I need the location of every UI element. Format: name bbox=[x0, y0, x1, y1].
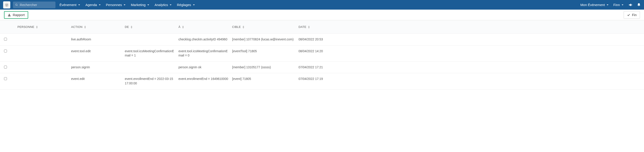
fin-label: Fin bbox=[632, 13, 636, 17]
cell-a: checklog.checkIn.activityID 494960 bbox=[178, 37, 232, 42]
app-logo[interactable] bbox=[3, 1, 10, 8]
table-row[interactable]: event.tool.editevent.tool.icsMeetingConf… bbox=[0, 45, 644, 62]
sort-icon: ▲▼ bbox=[84, 25, 86, 28]
svg-point-0 bbox=[5, 3, 9, 7]
nav-item-personnes[interactable]: Personnes bbox=[106, 3, 126, 7]
nav-right: Mon Événement Finn bbox=[580, 3, 641, 7]
robot-icon bbox=[4, 2, 9, 7]
cell-cible: [eventTool] 71805 bbox=[232, 49, 298, 54]
toolbar: Rapport Fin bbox=[0, 9, 644, 20]
svg-point-3 bbox=[16, 4, 17, 5]
nav-label: Agenda bbox=[86, 3, 97, 7]
cell-date: 07/04/2022 17:19 bbox=[298, 77, 640, 81]
col-header-de[interactable]: DE▲▼ bbox=[125, 25, 178, 28]
cell-a: person.signIn ok bbox=[178, 65, 232, 70]
rapport-label: Rapport bbox=[13, 13, 24, 17]
table-body: live.authRoomchecklog.checkIn.activityID… bbox=[0, 34, 644, 90]
rapport-button[interactable]: Rapport bbox=[4, 11, 28, 19]
table-row[interactable]: live.authRoomchecklog.checkIn.activityID… bbox=[0, 34, 644, 45]
nav-item-analytics[interactable]: Analytics bbox=[154, 3, 172, 7]
sort-icon: ▲▼ bbox=[182, 25, 184, 28]
cell-cible: [member] 13105177 (sssss) bbox=[232, 65, 298, 70]
search-input-wrap[interactable] bbox=[13, 1, 56, 8]
row-checkbox[interactable] bbox=[4, 77, 7, 80]
sort-icon: ▲▼ bbox=[242, 25, 245, 28]
cell-action: person.signIn bbox=[71, 65, 125, 70]
cell-cible: [event] 71805 bbox=[232, 77, 298, 81]
search-input[interactable] bbox=[20, 3, 53, 7]
col-header-personne[interactable]: PERSONNE▲▼ bbox=[18, 25, 71, 28]
nav-item-reglages[interactable]: Réglages bbox=[177, 3, 195, 7]
event-label: Mon Événement bbox=[580, 3, 605, 7]
row-checkbox[interactable] bbox=[4, 38, 7, 41]
megaphone-icon bbox=[628, 3, 632, 7]
check-icon bbox=[627, 13, 630, 16]
col-header-action[interactable]: ACTION▲▼ bbox=[71, 25, 125, 28]
nav-item-marketing[interactable]: Marketing bbox=[131, 3, 150, 7]
search-icon bbox=[15, 3, 18, 6]
cell-de: event.enrollmentEnd = 2022-03-15 17:00:0… bbox=[125, 77, 178, 86]
table-row[interactable]: person.signInperson.signIn ok[member] 13… bbox=[0, 62, 644, 73]
col-header-a[interactable]: À▲▼ bbox=[178, 25, 232, 28]
chevron-down-icon bbox=[169, 3, 172, 6]
chevron-down-icon bbox=[123, 3, 126, 6]
svg-point-1 bbox=[6, 4, 6, 5]
nav-item-evenement[interactable]: Événement bbox=[60, 3, 80, 7]
col-header-date[interactable]: DATE▲▼ bbox=[298, 25, 640, 28]
cell-a: event.enrollmentEnd = 1649610000 bbox=[178, 77, 232, 81]
chevron-down-icon bbox=[98, 3, 101, 6]
sort-icon: ▲▼ bbox=[36, 25, 38, 28]
sort-icon: ▲▼ bbox=[130, 25, 133, 28]
chevron-down-icon bbox=[147, 3, 150, 6]
row-checkbox[interactable] bbox=[4, 50, 7, 52]
chevron-down-icon bbox=[606, 3, 609, 6]
cell-date: 07/04/2022 17:21 bbox=[298, 65, 640, 70]
chevron-down-icon bbox=[78, 3, 80, 6]
svg-line-4 bbox=[17, 5, 18, 6]
row-checkbox[interactable] bbox=[4, 66, 7, 69]
col-header-cible[interactable]: CIBLE▲▼ bbox=[232, 25, 298, 28]
fin-button[interactable]: Fin bbox=[624, 11, 640, 19]
notifications-button[interactable] bbox=[637, 3, 641, 7]
cell-de: event.tool.icsMeetingConfirmationEmail =… bbox=[125, 49, 178, 58]
sort-icon: ▲▼ bbox=[308, 25, 310, 28]
table-header: PERSONNE▲▼ ACTION▲▼ DE▲▼ À▲▼ CIBLE▲▼ DAT… bbox=[0, 20, 644, 34]
nav-label: Marketing bbox=[131, 3, 146, 7]
event-switcher[interactable]: Mon Événement bbox=[580, 3, 609, 7]
user-menu[interactable]: Finn bbox=[613, 3, 624, 7]
user-label: Finn bbox=[613, 3, 620, 7]
svg-point-2 bbox=[7, 4, 8, 5]
nav-item-agenda[interactable]: Agenda bbox=[86, 3, 101, 7]
cell-action: live.authRoom bbox=[71, 37, 125, 42]
top-nav: Événement Agenda Personnes Marketing Ana… bbox=[0, 0, 644, 9]
announcements-button[interactable] bbox=[628, 3, 632, 7]
cell-date: 08/04/2022 14:20 bbox=[298, 49, 640, 54]
cell-cible: [member] 10770824 (lucas.w@inevent.com) bbox=[232, 37, 298, 42]
download-icon bbox=[8, 13, 11, 16]
chevron-down-icon bbox=[621, 3, 624, 6]
table-row[interactable]: event.editevent.enrollmentEnd = 2022-03-… bbox=[0, 73, 644, 89]
cell-a: event.tool.icsMeetingConfirmationEmail =… bbox=[178, 49, 232, 58]
nav-label: Réglages bbox=[177, 3, 191, 7]
nav-label: Événement bbox=[60, 3, 76, 7]
nav-label: Personnes bbox=[106, 3, 122, 7]
bell-icon bbox=[637, 3, 641, 7]
cell-action: event.edit bbox=[71, 77, 125, 81]
cell-date: 08/04/2022 20:53 bbox=[298, 37, 640, 42]
cell-action: event.tool.edit bbox=[71, 49, 125, 54]
nav-label: Analytics bbox=[154, 3, 168, 7]
chevron-down-icon bbox=[192, 3, 195, 6]
nav-menu: Événement Agenda Personnes Marketing Ana… bbox=[60, 3, 195, 7]
